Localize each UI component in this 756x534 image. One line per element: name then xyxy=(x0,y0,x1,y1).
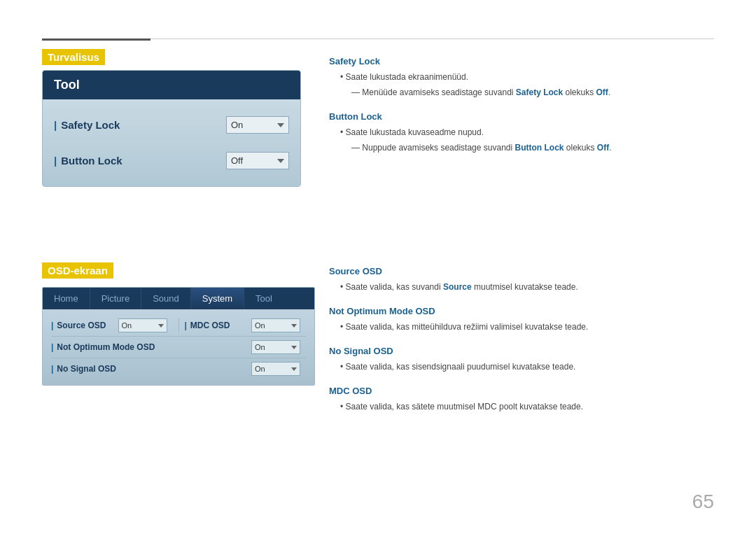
button-lock-bullet1: Saate lukustada kuvaseadme nupud. xyxy=(340,126,714,139)
osd-ekraan-heading: OSD-ekraan xyxy=(42,262,113,279)
not-optimum-desc: Not Optimum Mode OSD Saate valida, kas m… xyxy=(329,306,714,333)
source-osd-title: Source OSD xyxy=(329,266,714,276)
top-divider-dark xyxy=(42,38,150,41)
button-lock-label: Button Lock xyxy=(54,155,226,167)
button-lock-select[interactable]: Off On xyxy=(226,152,289,169)
not-optimum-select[interactable]: On Off xyxy=(251,340,300,354)
osd-menu-panel: Home Picture Sound System Tool Source OS… xyxy=(42,287,315,386)
osd-panel: Home Picture Sound System Tool Source OS… xyxy=(42,287,315,386)
mdc-osd-label: MDC OSD xyxy=(185,321,252,330)
tab-home[interactable]: Home xyxy=(43,288,90,309)
mdc-osd-desc: MDC OSD Saate valida, kas sätete muutmis… xyxy=(329,386,714,413)
tool-row-button-lock: Button Lock Off On xyxy=(54,149,289,172)
source-osd-bullet1: Saate valida, kas suvandi Source muutmis… xyxy=(340,281,714,293)
tool-panel: Tool Safety Lock On Off Button Lock Off … xyxy=(42,70,301,187)
safety-lock-bullet1: Saate lukustada ekraanimenüüd. xyxy=(340,71,714,83)
tab-system[interactable]: System xyxy=(191,288,244,309)
no-signal-label: No Signal OSD xyxy=(51,364,251,374)
mdc-osd-select[interactable]: On Off xyxy=(251,318,300,332)
not-optimum-label: Not Optimum Mode OSD xyxy=(51,342,251,352)
no-signal-bullet1: Saate valida, kas sisendsignaali puudumi… xyxy=(340,360,714,373)
safety-lock-title: Safety Lock xyxy=(329,56,714,66)
tool-panel-header: Tool xyxy=(43,71,300,99)
source-osd-select[interactable]: On Off xyxy=(118,318,167,332)
not-optimum-bullet1: Saate valida, kas mitteühilduva režiimi … xyxy=(340,321,714,333)
button-lock-sub1-bold2: Off xyxy=(597,143,609,153)
safety-lock-desc: Safety Lock Saate lukustada ekraanimenüü… xyxy=(329,56,714,99)
menu-tabs: Home Picture Sound System Tool xyxy=(43,288,314,309)
tool-panel-container: Tool Safety Lock On Off Button Lock Off … xyxy=(42,70,315,187)
osd-right-panel: Source OSD Saate valida, kas suvandi Sou… xyxy=(329,266,714,426)
tool-panel-body: Safety Lock On Off Button Lock Off On xyxy=(43,99,300,186)
source-osd-bullet-pre: Saate valida, kas suvandi xyxy=(346,282,443,292)
button-lock-sub1: Nuppude avamiseks seadistage suvandi But… xyxy=(351,141,714,154)
turvalisus-right-panel: Safety Lock Saate lukustada ekraanimenüü… xyxy=(329,56,714,167)
no-signal-desc: No Signal OSD Saate valida, kas sisendsi… xyxy=(329,346,714,373)
safety-lock-sub1-post: . xyxy=(608,87,610,97)
mdc-osd-bullet1: Saate valida, kas sätete muutmisel MDC p… xyxy=(340,400,714,413)
safety-lock-label: Safety Lock xyxy=(54,119,226,131)
tab-tool[interactable]: Tool xyxy=(244,288,284,309)
button-lock-sub1-bold: Button Lock xyxy=(514,143,564,153)
osd-col-source: Source OSD On Off xyxy=(51,318,179,332)
tab-picture[interactable]: Picture xyxy=(90,288,141,309)
safety-lock-sub1-bold2: Off xyxy=(596,87,608,97)
button-lock-sub1-mid: olekuks xyxy=(564,143,596,153)
no-signal-select[interactable]: On Off xyxy=(251,362,300,376)
osd-body: Source OSD On Off MDC OSD On Off xyxy=(43,309,314,385)
safety-lock-sub1-pre: Menüüde avamiseks seadistage suvandi xyxy=(362,87,515,97)
tool-row-safety-lock: Safety Lock On Off xyxy=(54,113,289,136)
safety-lock-sub1-mid: olekuks xyxy=(563,87,596,97)
not-optimum-title: Not Optimum Mode OSD xyxy=(329,306,714,316)
button-lock-title: Button Lock xyxy=(329,111,714,122)
osd-row-source-mdc: Source OSD On Off MDC OSD On Off xyxy=(51,315,306,337)
button-lock-sub1-pre: Nuppude avamiseks seadistage suvandi xyxy=(362,143,514,153)
button-lock-sub1-post: . xyxy=(609,143,611,153)
button-lock-desc: Button Lock Saate lukustada kuvaseadme n… xyxy=(329,111,714,154)
source-osd-bullet-bold: Source xyxy=(443,282,472,292)
turvalisus-heading: Turvalisus xyxy=(42,49,105,65)
no-signal-title: No Signal OSD xyxy=(329,346,714,356)
safety-lock-select[interactable]: On Off xyxy=(226,116,289,134)
osd-col-mdc: MDC OSD On Off xyxy=(179,318,307,332)
source-osd-bullet-post: muutmisel kuvatakse teade. xyxy=(472,282,578,292)
osd-row-not-optimum: Not Optimum Mode OSD On Off xyxy=(51,337,306,358)
tab-sound[interactable]: Sound xyxy=(141,288,191,309)
safety-lock-sub1-bold: Safety Lock xyxy=(516,87,563,97)
safety-lock-sub1: Menüüde avamiseks seadistage suvandi Saf… xyxy=(351,86,714,99)
osd-row-no-signal: No Signal OSD On Off xyxy=(51,358,306,379)
source-osd-desc: Source OSD Saate valida, kas suvandi Sou… xyxy=(329,266,714,293)
mdc-osd-title: MDC OSD xyxy=(329,386,714,396)
source-osd-label: Source OSD xyxy=(51,321,118,330)
page-number: 65 xyxy=(692,491,714,513)
osd-row-split: Source OSD On Off MDC OSD On Off xyxy=(51,318,306,332)
